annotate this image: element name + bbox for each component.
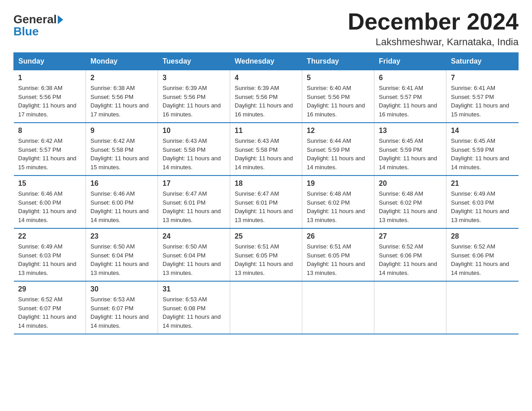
day-cell: 27Sunrise: 6:52 AMSunset: 6:06 PMDayligh…	[374, 228, 446, 281]
title-block: December 2024 Lakshmeshwar, Karnataka, I…	[348, 9, 519, 48]
day-info: Sunrise: 6:50 AMSunset: 6:04 PMDaylight:…	[163, 242, 225, 277]
day-info: Sunrise: 6:42 AMSunset: 5:58 PMDaylight:…	[90, 137, 153, 171]
page-header: General Blue December 2024 Lakshmeshwar,…	[13, 9, 519, 48]
day-info: Sunrise: 6:47 AMSunset: 6:01 PMDaylight:…	[235, 189, 297, 224]
week-row-3: 15Sunrise: 6:46 AMSunset: 6:00 PMDayligh…	[14, 176, 519, 228]
day-info: Sunrise: 6:50 AMSunset: 6:04 PMDaylight:…	[90, 242, 153, 277]
day-cell: 26Sunrise: 6:51 AMSunset: 6:05 PMDayligh…	[302, 228, 374, 281]
day-number: 26	[307, 232, 369, 240]
header-sunday: Sunday	[14, 53, 86, 70]
day-cell: 1Sunrise: 6:38 AMSunset: 5:56 PMDaylight…	[14, 70, 86, 123]
day-number: 3	[163, 74, 225, 82]
day-cell: 14Sunrise: 6:45 AMSunset: 5:59 PMDayligh…	[446, 123, 519, 176]
calendar-table: SundayMondayTuesdayWednesdayThursdayFrid…	[13, 52, 519, 334]
day-cell: 31Sunrise: 6:53 AMSunset: 6:08 PMDayligh…	[158, 281, 230, 334]
week-row-1: 1Sunrise: 6:38 AMSunset: 5:56 PMDaylight…	[14, 70, 519, 123]
day-number: 22	[18, 232, 82, 240]
day-number: 13	[379, 127, 442, 135]
header-monday: Monday	[86, 53, 158, 70]
day-number: 10	[163, 127, 225, 135]
day-cell	[230, 281, 302, 334]
day-cell: 19Sunrise: 6:48 AMSunset: 6:02 PMDayligh…	[302, 176, 374, 228]
day-cell: 12Sunrise: 6:44 AMSunset: 5:59 PMDayligh…	[302, 123, 374, 176]
day-cell: 17Sunrise: 6:47 AMSunset: 6:01 PMDayligh…	[158, 176, 230, 228]
day-cell: 16Sunrise: 6:46 AMSunset: 6:00 PMDayligh…	[86, 176, 158, 228]
day-info: Sunrise: 6:53 AMSunset: 6:08 PMDaylight:…	[163, 295, 225, 330]
day-number: 2	[90, 74, 153, 82]
day-cell: 3Sunrise: 6:39 AMSunset: 5:56 PMDaylight…	[158, 70, 230, 123]
day-number: 28	[451, 232, 514, 240]
day-number: 20	[379, 180, 442, 188]
day-cell: 2Sunrise: 6:38 AMSunset: 5:56 PMDaylight…	[86, 70, 158, 123]
day-number: 18	[235, 180, 297, 188]
day-cell	[374, 281, 446, 334]
header-tuesday: Tuesday	[158, 53, 230, 70]
day-number: 24	[163, 232, 225, 240]
day-cell: 8Sunrise: 6:42 AMSunset: 5:57 PMDaylight…	[14, 123, 86, 176]
calendar-header-row: SundayMondayTuesdayWednesdayThursdayFrid…	[14, 53, 519, 70]
header-saturday: Saturday	[446, 53, 519, 70]
day-info: Sunrise: 6:41 AMSunset: 5:57 PMDaylight:…	[379, 84, 442, 119]
day-cell: 6Sunrise: 6:41 AMSunset: 5:57 PMDaylight…	[374, 70, 446, 123]
week-row-2: 8Sunrise: 6:42 AMSunset: 5:57 PMDaylight…	[14, 123, 519, 176]
day-number: 6	[379, 74, 442, 82]
day-number: 19	[307, 180, 369, 188]
day-cell: 11Sunrise: 6:43 AMSunset: 5:58 PMDayligh…	[230, 123, 302, 176]
day-cell	[302, 281, 374, 334]
day-info: Sunrise: 6:40 AMSunset: 5:56 PMDaylight:…	[307, 84, 369, 119]
day-info: Sunrise: 6:45 AMSunset: 5:59 PMDaylight:…	[379, 137, 442, 171]
day-cell: 9Sunrise: 6:42 AMSunset: 5:58 PMDaylight…	[86, 123, 158, 176]
header-friday: Friday	[374, 53, 446, 70]
day-info: Sunrise: 6:48 AMSunset: 6:02 PMDaylight:…	[379, 189, 442, 224]
day-cell: 4Sunrise: 6:39 AMSunset: 5:56 PMDaylight…	[230, 70, 302, 123]
day-info: Sunrise: 6:52 AMSunset: 6:07 PMDaylight:…	[18, 295, 82, 330]
day-cell: 13Sunrise: 6:45 AMSunset: 5:59 PMDayligh…	[374, 123, 446, 176]
day-number: 8	[18, 127, 82, 135]
day-info: Sunrise: 6:38 AMSunset: 5:56 PMDaylight:…	[90, 84, 153, 119]
day-cell: 29Sunrise: 6:52 AMSunset: 6:07 PMDayligh…	[14, 281, 86, 334]
day-number: 11	[235, 127, 297, 135]
location-subtitle: Lakshmeshwar, Karnataka, India	[348, 36, 519, 48]
day-info: Sunrise: 6:42 AMSunset: 5:57 PMDaylight:…	[18, 137, 82, 171]
day-number: 27	[379, 232, 442, 240]
day-number: 25	[235, 232, 297, 240]
day-cell: 10Sunrise: 6:43 AMSunset: 5:58 PMDayligh…	[158, 123, 230, 176]
logo-arrow-icon	[58, 15, 63, 24]
day-info: Sunrise: 6:45 AMSunset: 5:59 PMDaylight:…	[451, 137, 514, 171]
day-number: 1	[18, 74, 82, 82]
day-cell: 22Sunrise: 6:49 AMSunset: 6:03 PMDayligh…	[14, 228, 86, 281]
day-info: Sunrise: 6:38 AMSunset: 5:56 PMDaylight:…	[18, 84, 82, 119]
logo-blue: Blue	[13, 25, 39, 39]
day-number: 5	[307, 74, 369, 82]
day-cell: 25Sunrise: 6:51 AMSunset: 6:05 PMDayligh…	[230, 228, 302, 281]
week-row-4: 22Sunrise: 6:49 AMSunset: 6:03 PMDayligh…	[14, 228, 519, 281]
header-thursday: Thursday	[302, 53, 374, 70]
day-number: 31	[163, 285, 225, 293]
day-info: Sunrise: 6:49 AMSunset: 6:03 PMDaylight:…	[451, 189, 514, 224]
month-year-title: December 2024	[348, 9, 519, 34]
logo: General Blue	[13, 9, 64, 39]
day-number: 7	[451, 74, 514, 82]
day-number: 16	[90, 180, 153, 188]
day-info: Sunrise: 6:53 AMSunset: 6:07 PMDaylight:…	[90, 295, 153, 330]
day-number: 15	[18, 180, 82, 188]
day-info: Sunrise: 6:49 AMSunset: 6:03 PMDaylight:…	[18, 242, 82, 277]
day-number: 9	[90, 127, 153, 135]
day-cell: 28Sunrise: 6:52 AMSunset: 6:06 PMDayligh…	[446, 228, 519, 281]
day-number: 14	[451, 127, 514, 135]
day-info: Sunrise: 6:41 AMSunset: 5:57 PMDaylight:…	[451, 84, 514, 119]
day-info: Sunrise: 6:39 AMSunset: 5:56 PMDaylight:…	[163, 84, 225, 119]
day-cell: 15Sunrise: 6:46 AMSunset: 6:00 PMDayligh…	[14, 176, 86, 228]
day-cell: 24Sunrise: 6:50 AMSunset: 6:04 PMDayligh…	[158, 228, 230, 281]
day-cell: 21Sunrise: 6:49 AMSunset: 6:03 PMDayligh…	[446, 176, 519, 228]
day-info: Sunrise: 6:51 AMSunset: 6:05 PMDaylight:…	[235, 242, 297, 277]
day-cell: 20Sunrise: 6:48 AMSunset: 6:02 PMDayligh…	[374, 176, 446, 228]
day-number: 4	[235, 74, 297, 82]
day-info: Sunrise: 6:43 AMSunset: 5:58 PMDaylight:…	[235, 137, 297, 171]
day-info: Sunrise: 6:48 AMSunset: 6:02 PMDaylight:…	[307, 189, 369, 224]
day-number: 29	[18, 285, 82, 293]
day-info: Sunrise: 6:46 AMSunset: 6:00 PMDaylight:…	[90, 189, 153, 224]
day-number: 30	[90, 285, 153, 293]
day-cell: 23Sunrise: 6:50 AMSunset: 6:04 PMDayligh…	[86, 228, 158, 281]
day-cell	[446, 281, 519, 334]
